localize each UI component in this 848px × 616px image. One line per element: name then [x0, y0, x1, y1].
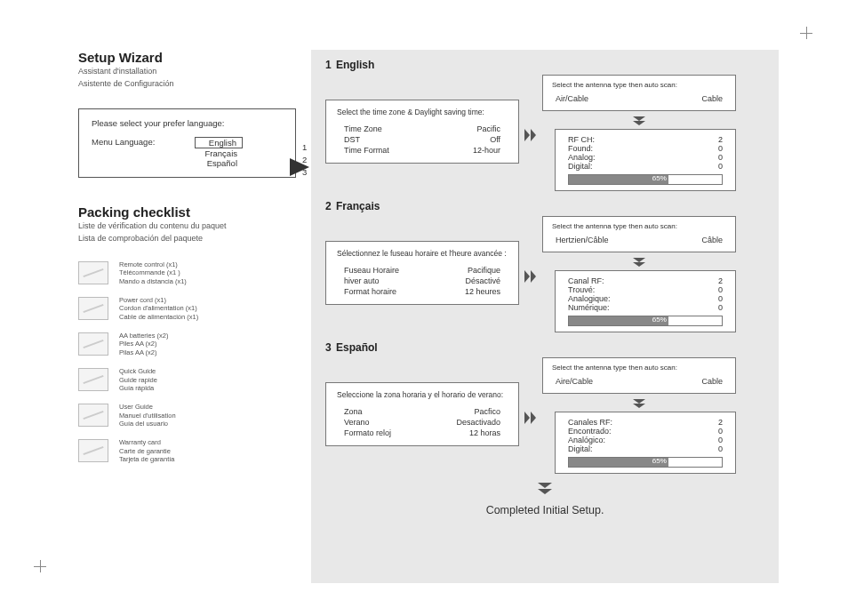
pk-line: Tarjeta de garantía [119, 455, 175, 463]
ant-title: Select the antenna type then auto scan: [552, 81, 726, 89]
language-select-box: Please select your prefer language: Menu… [78, 108, 296, 178]
setup-wizard-title: Setup Wizard [78, 50, 296, 65]
antenna-box-es: Select the antenna type then auto scan: … [542, 357, 736, 394]
svg-marker-10 [531, 412, 536, 424]
lang-option-english[interactable]: English [195, 137, 243, 148]
svg-marker-0 [290, 158, 309, 176]
pk-line: Cordon d'alimentation (x1) [119, 304, 198, 312]
arrow-right-icon [524, 129, 537, 141]
svg-marker-7 [633, 258, 645, 262]
section-head: English [336, 59, 374, 71]
pk-line: AA batteries (x2) [119, 332, 168, 340]
pk-line: Cable de alimentación (x1) [119, 313, 198, 321]
ant-title: Select the antenna type then auto scan: [552, 222, 726, 230]
arrow-right-icon [524, 270, 537, 283]
section-espanol: 3 Español Seleccione la zona horaria y e… [325, 341, 764, 477]
menu-language-label: Menu Language: [92, 137, 180, 168]
left-column: Setup Wizard Assistant d'installation As… [78, 50, 296, 475]
scan-box-es: Canales RF:2 Encontrado:0 Analógico:0 Di… [555, 412, 736, 474]
tz-title: Select the time zone & Daylight saving t… [337, 108, 508, 116]
batteries-icon [78, 332, 108, 356]
scan-label: Digital: [568, 444, 593, 453]
ant-value: Câble [701, 236, 723, 244]
packing-title: Packing checklist [78, 204, 296, 220]
tz-label: Verano [344, 418, 370, 427]
arrow-right-icon [290, 156, 311, 178]
timezone-box-en: Select the time zone & Daylight saving t… [325, 100, 519, 164]
section-francais: 2 Français Sélectionnez le fuseau horair… [325, 200, 764, 336]
packing-checklist: Packing checklist Liste de vérification … [78, 204, 296, 463]
warranty-card-icon [78, 439, 108, 462]
svg-marker-3 [633, 116, 645, 121]
antenna-box-fr: Select the antenna type then auto scan: … [542, 216, 736, 252]
pk-line: Remote control (x1) [119, 260, 187, 268]
ant-label: Air/Cable [556, 94, 588, 103]
svg-marker-1 [524, 129, 530, 141]
scan-label: Found: [568, 144, 593, 153]
pk-line: Mando a distancia (x1) [119, 277, 187, 285]
svg-marker-12 [633, 404, 645, 408]
timezone-box-fr: Sélectionnez le fuseau horaire et l'heur… [325, 241, 519, 305]
scan-label: Analog: [568, 153, 596, 162]
progress-pct: 65% [652, 316, 667, 324]
svg-marker-9 [524, 412, 530, 424]
tz-value: Desactivado [456, 418, 500, 427]
scan-label: Canales RF: [568, 418, 612, 427]
subtitle-fr: Assistant d'installation [78, 67, 296, 77]
pk-line: Manuel d'utilisation [119, 412, 176, 420]
lang-option-espanol[interactable]: Español [195, 158, 243, 168]
scan-value: 0 [718, 436, 723, 444]
language-prompt: Please select your prefer language: [92, 118, 283, 128]
crop-mark [34, 560, 46, 572]
tz-label: Fuseau Horaire [344, 266, 399, 275]
pk-line: Télécommande (x1 ) [119, 268, 187, 276]
remote-icon [78, 261, 108, 284]
power-cord-icon [78, 297, 108, 320]
tz-label: Time Zone [344, 124, 382, 133]
svg-marker-14 [538, 489, 552, 494]
svg-marker-4 [633, 121, 645, 125]
scan-label: Numérique: [568, 303, 610, 312]
right-column: 1 English Select the time zone & Dayligh… [311, 50, 779, 583]
scan-value: 0 [718, 427, 723, 436]
scan-label: Digital: [568, 162, 593, 171]
tz-value: Pacific [476, 124, 500, 133]
svg-marker-13 [538, 483, 552, 488]
tz-title: Sélectionnez le fuseau horaire et l'heur… [337, 249, 508, 258]
scan-value: 2 [718, 418, 723, 427]
section-num: 2 [325, 200, 332, 212]
scan-value: 2 [718, 135, 723, 144]
tz-value: 12-hour [473, 146, 500, 155]
tz-value: Désactivé [465, 276, 500, 285]
pk-line: Piles AA (x2) [119, 340, 168, 348]
pk-line: Carte de garantie [119, 447, 175, 455]
pk-line: Quick Guide [119, 367, 157, 375]
tz-value: Pacifique [468, 266, 500, 275]
scan-value: 0 [718, 444, 723, 453]
tz-value: Off [490, 135, 500, 144]
scan-label: Analógico: [568, 436, 605, 444]
tz-value: Pacfico [474, 407, 500, 416]
scan-label: RF CH: [568, 135, 595, 144]
section-num: 1 [325, 59, 332, 71]
progress-pct: 65% [652, 457, 667, 465]
section-head: Español [336, 341, 378, 354]
section-english: 1 English Select the time zone & Dayligh… [325, 59, 764, 195]
pk-line: Pilas AA (x2) [119, 348, 168, 356]
tz-title: Seleccione la zona horaria y el horario … [337, 390, 508, 399]
scan-label: Encontrado: [568, 427, 612, 436]
lang-num-1: 1 [302, 141, 307, 154]
arrow-down-icon [633, 116, 645, 125]
svg-marker-5 [524, 270, 530, 283]
pk-line: Warranty card [119, 438, 175, 446]
ant-value: Cable [701, 377, 723, 386]
scan-value: 0 [718, 162, 723, 171]
arrow-down-icon [633, 258, 645, 267]
pk-remote: Remote control (x1) Télécommande (x1 ) M… [78, 260, 296, 285]
quick-guide-icon [78, 368, 108, 391]
lang-option-francais[interactable]: Français [195, 148, 243, 158]
pk-userguide: User Guide Manuel d'utilisation Guía del… [78, 403, 296, 428]
pk-line: Guide rapide [119, 376, 157, 384]
svg-marker-11 [633, 399, 645, 404]
tz-label: Formato reloj [344, 428, 391, 437]
